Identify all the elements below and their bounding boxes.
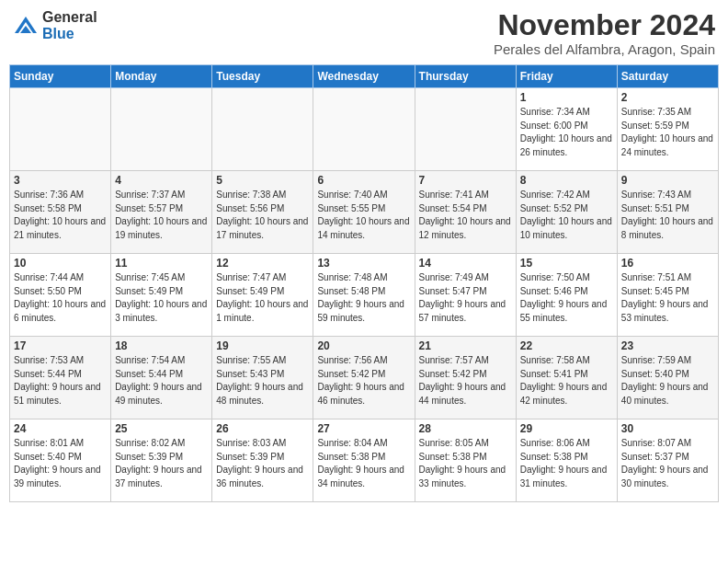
day-info: Sunrise: 7:34 AM Sunset: 6:00 PM Dayligh…	[520, 106, 613, 159]
day-number: 19	[216, 339, 309, 352]
calendar-cell: 11Sunrise: 7:45 AM Sunset: 5:49 PM Dayli…	[111, 254, 212, 337]
day-info: Sunrise: 7:47 AM Sunset: 5:49 PM Dayligh…	[216, 271, 309, 325]
header-day-friday: Friday	[516, 65, 617, 88]
logo-icon	[13, 13, 39, 39]
calendar-cell: 24Sunrise: 8:01 AM Sunset: 5:40 PM Dayli…	[10, 419, 111, 502]
day-number: 12	[216, 257, 309, 270]
calendar-cell: 1Sunrise: 7:34 AM Sunset: 6:00 PM Daylig…	[516, 88, 617, 171]
day-number: 23	[621, 339, 714, 352]
calendar-cell: 6Sunrise: 7:40 AM Sunset: 5:55 PM Daylig…	[313, 171, 415, 254]
calendar-cell: 27Sunrise: 8:04 AM Sunset: 5:38 PM Dayli…	[313, 419, 415, 502]
calendar-cell: 29Sunrise: 8:06 AM Sunset: 5:38 PM Dayli…	[516, 419, 617, 502]
day-number: 10	[14, 257, 107, 270]
day-number: 4	[115, 174, 208, 187]
calendar-cell: 23Sunrise: 7:59 AM Sunset: 5:40 PM Dayli…	[617, 337, 718, 419]
month-title: November 2024	[494, 9, 715, 41]
header-day-tuesday: Tuesday	[212, 65, 313, 88]
day-number: 8	[520, 174, 613, 187]
header-row: SundayMondayTuesdayWednesdayThursdayFrid…	[10, 65, 719, 88]
logo-general-text: General	[42, 9, 97, 26]
week-row-4: 17Sunrise: 7:53 AM Sunset: 5:44 PM Dayli…	[10, 337, 719, 419]
calendar-cell: 25Sunrise: 8:02 AM Sunset: 5:39 PM Dayli…	[111, 419, 212, 502]
day-info: Sunrise: 7:42 AM Sunset: 5:52 PM Dayligh…	[520, 189, 613, 242]
day-number: 14	[419, 257, 512, 270]
calendar-cell: 3Sunrise: 7:36 AM Sunset: 5:58 PM Daylig…	[10, 171, 111, 254]
header-day-thursday: Thursday	[415, 65, 516, 88]
day-number: 9	[621, 174, 714, 187]
day-number: 15	[520, 257, 613, 270]
day-info: Sunrise: 7:40 AM Sunset: 5:55 PM Dayligh…	[317, 189, 410, 242]
calendar-cell: 9Sunrise: 7:43 AM Sunset: 5:51 PM Daylig…	[617, 171, 718, 254]
day-info: Sunrise: 7:35 AM Sunset: 5:59 PM Dayligh…	[621, 106, 714, 159]
calendar-body: 1Sunrise: 7:34 AM Sunset: 6:00 PM Daylig…	[10, 88, 719, 502]
header-day-sunday: Sunday	[10, 65, 111, 88]
day-info: Sunrise: 7:56 AM Sunset: 5:42 PM Dayligh…	[317, 354, 410, 408]
day-number: 16	[621, 257, 714, 270]
header-day-saturday: Saturday	[617, 65, 718, 88]
day-number: 21	[419, 339, 512, 352]
calendar-table: SundayMondayTuesdayWednesdayThursdayFrid…	[9, 64, 719, 502]
day-info: Sunrise: 7:41 AM Sunset: 5:54 PM Dayligh…	[419, 189, 512, 242]
title-block: November 2024 Perales del Alfambra, Arag…	[494, 9, 715, 57]
day-info: Sunrise: 7:36 AM Sunset: 5:58 PM Dayligh…	[14, 189, 107, 242]
day-number: 2	[621, 91, 714, 104]
calendar-cell	[10, 88, 111, 171]
calendar-header: SundayMondayTuesdayWednesdayThursdayFrid…	[10, 65, 719, 88]
calendar-cell: 21Sunrise: 7:57 AM Sunset: 5:42 PM Dayli…	[415, 337, 516, 419]
day-info: Sunrise: 8:07 AM Sunset: 5:37 PM Dayligh…	[621, 437, 714, 490]
calendar-cell: 12Sunrise: 7:47 AM Sunset: 5:49 PM Dayli…	[212, 254, 313, 337]
day-number: 18	[115, 339, 208, 352]
day-info: Sunrise: 7:57 AM Sunset: 5:42 PM Dayligh…	[419, 354, 512, 408]
calendar-cell	[415, 88, 516, 171]
day-info: Sunrise: 7:48 AM Sunset: 5:48 PM Dayligh…	[317, 271, 410, 325]
day-number: 26	[216, 422, 309, 435]
day-number: 20	[317, 339, 410, 352]
calendar-cell: 7Sunrise: 7:41 AM Sunset: 5:54 PM Daylig…	[415, 171, 516, 254]
day-number: 27	[317, 422, 410, 435]
day-number: 24	[14, 422, 107, 435]
day-info: Sunrise: 7:45 AM Sunset: 5:49 PM Dayligh…	[115, 271, 208, 325]
location-text: Perales del Alfambra, Aragon, Spain	[494, 41, 715, 57]
header-day-monday: Monday	[111, 65, 212, 88]
day-info: Sunrise: 8:06 AM Sunset: 5:38 PM Dayligh…	[520, 437, 613, 490]
week-row-2: 3Sunrise: 7:36 AM Sunset: 5:58 PM Daylig…	[10, 171, 719, 254]
calendar-cell: 16Sunrise: 7:51 AM Sunset: 5:45 PM Dayli…	[617, 254, 718, 337]
calendar-cell: 18Sunrise: 7:54 AM Sunset: 5:44 PM Dayli…	[111, 337, 212, 419]
day-info: Sunrise: 7:37 AM Sunset: 5:57 PM Dayligh…	[115, 189, 208, 242]
day-info: Sunrise: 7:50 AM Sunset: 5:46 PM Dayligh…	[520, 271, 613, 325]
day-number: 6	[317, 174, 410, 187]
calendar-cell: 20Sunrise: 7:56 AM Sunset: 5:42 PM Dayli…	[313, 337, 415, 419]
day-number: 17	[14, 339, 107, 352]
day-number: 5	[216, 174, 309, 187]
day-number: 28	[419, 422, 512, 435]
calendar-cell: 14Sunrise: 7:49 AM Sunset: 5:47 PM Dayli…	[415, 254, 516, 337]
week-row-5: 24Sunrise: 8:01 AM Sunset: 5:40 PM Dayli…	[10, 419, 719, 502]
day-info: Sunrise: 7:53 AM Sunset: 5:44 PM Dayligh…	[14, 354, 107, 408]
page-header: General Blue November 2024 Perales del A…	[9, 9, 719, 57]
day-number: 22	[520, 339, 613, 352]
day-number: 13	[317, 257, 410, 270]
day-info: Sunrise: 8:02 AM Sunset: 5:39 PM Dayligh…	[115, 437, 208, 490]
calendar-cell: 19Sunrise: 7:55 AM Sunset: 5:43 PM Dayli…	[212, 337, 313, 419]
day-info: Sunrise: 7:58 AM Sunset: 5:41 PM Dayligh…	[520, 354, 613, 408]
logo-blue-text: Blue	[42, 26, 97, 42]
day-number: 3	[14, 174, 107, 187]
calendar-cell: 10Sunrise: 7:44 AM Sunset: 5:50 PM Dayli…	[10, 254, 111, 337]
calendar-cell: 15Sunrise: 7:50 AM Sunset: 5:46 PM Dayli…	[516, 254, 617, 337]
week-row-1: 1Sunrise: 7:34 AM Sunset: 6:00 PM Daylig…	[10, 88, 719, 171]
day-number: 30	[621, 422, 714, 435]
calendar-cell: 5Sunrise: 7:38 AM Sunset: 5:56 PM Daylig…	[212, 171, 313, 254]
calendar-cell: 17Sunrise: 7:53 AM Sunset: 5:44 PM Dayli…	[10, 337, 111, 419]
calendar-cell: 30Sunrise: 8:07 AM Sunset: 5:37 PM Dayli…	[617, 419, 718, 502]
calendar-cell: 8Sunrise: 7:42 AM Sunset: 5:52 PM Daylig…	[516, 171, 617, 254]
day-info: Sunrise: 7:49 AM Sunset: 5:47 PM Dayligh…	[419, 271, 512, 325]
day-info: Sunrise: 7:54 AM Sunset: 5:44 PM Dayligh…	[115, 354, 208, 408]
calendar-cell: 22Sunrise: 7:58 AM Sunset: 5:41 PM Dayli…	[516, 337, 617, 419]
calendar-cell: 28Sunrise: 8:05 AM Sunset: 5:38 PM Dayli…	[415, 419, 516, 502]
day-info: Sunrise: 8:05 AM Sunset: 5:38 PM Dayligh…	[419, 437, 512, 490]
day-info: Sunrise: 8:03 AM Sunset: 5:39 PM Dayligh…	[216, 437, 309, 490]
calendar-cell: 26Sunrise: 8:03 AM Sunset: 5:39 PM Dayli…	[212, 419, 313, 502]
logo: General Blue	[13, 9, 97, 41]
calendar-cell: 4Sunrise: 7:37 AM Sunset: 5:57 PM Daylig…	[111, 171, 212, 254]
week-row-3: 10Sunrise: 7:44 AM Sunset: 5:50 PM Dayli…	[10, 254, 719, 337]
